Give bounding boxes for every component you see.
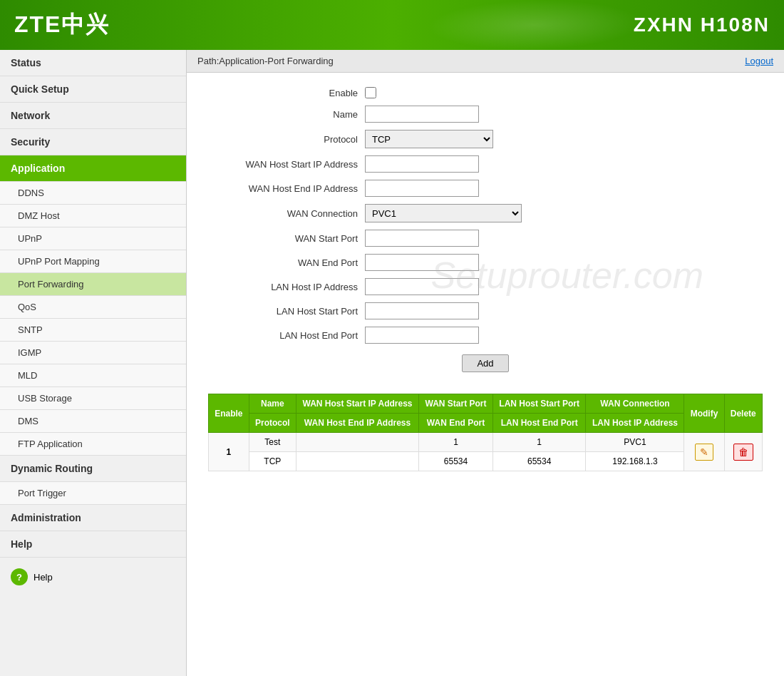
header: ZTE中兴 ZXHN H108N — [0, 0, 784, 50]
lan-host-ip-row: LAN Host IP Address — [208, 278, 763, 295]
sidebar-item-security[interactable]: Security — [0, 129, 186, 155]
wan-host-start-row: WAN Host Start IP Address — [208, 155, 763, 173]
content-area: Path:Application-Port Forwarding Logout … — [187, 50, 784, 676]
sidebar-item-administration[interactable]: Administration — [0, 505, 186, 531]
th-protocol: Protocol — [249, 414, 296, 433]
name-input[interactable] — [365, 106, 479, 123]
wan-start-port-input[interactable] — [365, 230, 479, 247]
sidebar-subitem-ftp-application[interactable]: FTP Application — [0, 433, 186, 456]
row-wan-host-start — [296, 433, 418, 452]
device-title: ZXHN H108N — [634, 14, 770, 36]
row-lan-host-end: 65534 — [492, 452, 586, 471]
th-lan-host-start: LAN Host Start Port — [492, 394, 586, 414]
sidebar-item-network[interactable]: Network — [0, 103, 186, 129]
path-text: Path:Application-Port Forwarding — [197, 56, 334, 66]
wan-connection-select[interactable]: PVC1 PVC2 PVC3 — [365, 204, 522, 222]
sidebar-help-section[interactable]: ? Help — [0, 558, 186, 596]
protocol-row: Protocol TCP UDP TCP/UDP — [208, 130, 763, 148]
port-forwarding-table: Enable Name WAN Host Start IP Address WA… — [208, 394, 763, 471]
sidebar-subitem-qos[interactable]: QoS — [0, 296, 186, 319]
th-name: Name — [249, 394, 296, 414]
protocol-select[interactable]: TCP UDP TCP/UDP — [365, 130, 493, 148]
row-wan-connection: PVC1 — [586, 433, 684, 452]
wan-start-port-label: WAN Start Port — [208, 233, 365, 244]
lan-host-end-input[interactable] — [365, 327, 479, 344]
logo: ZTE中兴 — [14, 9, 110, 41]
wan-connection-row: WAN Connection PVC1 PVC2 PVC3 — [208, 204, 763, 222]
th-delete: Delete — [724, 394, 762, 433]
edit-button[interactable]: ✎ — [695, 444, 713, 461]
sidebar-item-status[interactable]: Status — [0, 50, 186, 76]
delete-button[interactable]: 🗑 — [733, 444, 753, 461]
main-layout: Status Quick Setup Network Security Appl… — [0, 50, 784, 676]
row-delete-cell: 🗑 — [724, 433, 762, 471]
row-modify-cell: ✎ — [684, 433, 724, 471]
sidebar-item-quick-setup[interactable]: Quick Setup — [0, 76, 186, 103]
row-num: 1 — [209, 433, 249, 471]
content-wrapper: Setuprouter.com Enable Name Protocol TCP… — [187, 73, 784, 486]
row-wan-start-port: 1 — [419, 433, 493, 452]
table-row-2: TCP 65534 65534 192.168.1.3 — [209, 452, 763, 471]
sidebar-subitem-sntp[interactable]: SNTP — [0, 319, 186, 342]
sidebar-subitem-dms[interactable]: DMS — [0, 410, 186, 433]
th-lan-host-ip: LAN Host IP Address — [586, 414, 684, 433]
row-lan-host-start: 1 — [492, 433, 586, 452]
wan-host-start-label: WAN Host Start IP Address — [208, 159, 365, 170]
sidebar-subitem-igmp[interactable]: IGMP — [0, 342, 186, 364]
th-wan-start-port: WAN Start Port — [419, 394, 493, 414]
sidebar-subitem-usb-storage[interactable]: USB Storage — [0, 387, 186, 410]
lan-host-end-label: LAN Host End Port — [208, 330, 365, 341]
row-protocol: TCP — [249, 452, 296, 471]
wan-host-end-row: WAN Host End IP Address — [208, 180, 763, 197]
th-wan-host-start: WAN Host Start IP Address — [296, 394, 418, 414]
wan-connection-label: WAN Connection — [208, 208, 365, 219]
lan-host-start-label: LAN Host Start Port — [208, 306, 365, 317]
logout-link[interactable]: Logout — [745, 56, 773, 66]
path-bar: Path:Application-Port Forwarding Logout — [187, 50, 784, 73]
row-name: Test — [249, 433, 296, 452]
sidebar-subitem-port-trigger[interactable]: Port Trigger — [0, 482, 186, 505]
sidebar-item-dynamic-routing[interactable]: Dynamic Routing — [0, 456, 186, 482]
row-wan-host-end — [296, 452, 418, 471]
row-lan-host-ip: 192.168.1.3 — [586, 452, 684, 471]
lan-host-start-row: LAN Host Start Port — [208, 302, 763, 319]
th-wan-connection: WAN Connection — [586, 394, 684, 414]
name-row: Name — [208, 106, 763, 123]
sidebar-subitem-port-forwarding[interactable]: Port Forwarding — [0, 273, 186, 296]
form-area: Enable Name Protocol TCP UDP TCP/UDP — [187, 73, 784, 386]
sidebar-item-application[interactable]: Application — [0, 155, 186, 182]
protocol-label: Protocol — [208, 134, 365, 145]
wan-end-port-label: WAN End Port — [208, 257, 365, 268]
wan-end-port-input[interactable] — [365, 254, 479, 271]
wan-host-end-label: WAN Host End IP Address — [208, 183, 365, 194]
lan-host-end-row: LAN Host End Port — [208, 327, 763, 344]
wan-host-end-input[interactable] — [365, 180, 479, 197]
sidebar-subitem-ddns[interactable]: DDNS — [0, 182, 186, 205]
sidebar-subitem-upnp[interactable]: UPnP — [0, 227, 186, 250]
sidebar-item-help-main[interactable]: Help — [0, 531, 186, 558]
th-lan-host-end: LAN Host End Port — [492, 414, 586, 433]
enable-label: Enable — [208, 88, 365, 98]
add-btn-row: Add — [208, 351, 763, 372]
lan-host-ip-label: LAN Host IP Address — [208, 282, 365, 292]
th-enable: Enable — [209, 394, 249, 433]
th-wan-end-port: WAN End Port — [419, 414, 493, 433]
th-wan-host-end: WAN Host End IP Address — [296, 414, 418, 433]
sidebar-subitem-upnp-port-mapping[interactable]: UPnP Port Mapping — [0, 250, 186, 273]
enable-checkbox[interactable] — [365, 87, 376, 98]
row-wan-end-port: 65534 — [419, 452, 493, 471]
sidebar: Status Quick Setup Network Security Appl… — [0, 50, 187, 676]
table-row: 1 Test 1 1 PVC1 ✎ 🗑 — [209, 433, 763, 452]
lan-host-start-input[interactable] — [365, 302, 479, 319]
add-button[interactable]: Add — [462, 354, 508, 372]
help-icon: ? — [11, 568, 28, 585]
help-label: Help — [33, 572, 53, 583]
wan-start-port-row: WAN Start Port — [208, 230, 763, 247]
lan-host-ip-input[interactable] — [365, 278, 479, 295]
name-label: Name — [208, 109, 365, 120]
sidebar-subitem-mld[interactable]: MLD — [0, 364, 186, 387]
sidebar-subitem-dmz-host[interactable]: DMZ Host — [0, 205, 186, 227]
th-modify: Modify — [684, 394, 724, 433]
enable-row: Enable — [208, 87, 763, 98]
wan-host-start-input[interactable] — [365, 155, 479, 173]
